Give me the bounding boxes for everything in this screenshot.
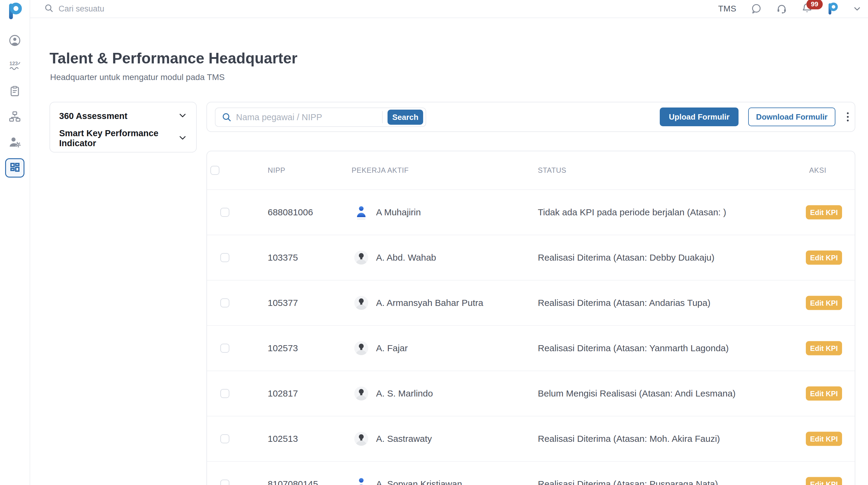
modules-panel: 360 Assessment Smart Key Performance Ind… (50, 102, 197, 152)
table-row: 102817 A. S. Marlindo Belum Mengisi Real… (207, 371, 855, 416)
profile-icon (9, 35, 21, 48)
edit-kpi-button[interactable]: Edit KPI (806, 477, 842, 485)
user-avatar[interactable] (827, 2, 838, 15)
row-nipp: 102513 (268, 434, 298, 444)
logo-p-icon (7, 2, 23, 20)
avatar-photo (354, 432, 368, 446)
module-label: 360 Assessment (59, 111, 127, 121)
search-button[interactable]: Search (388, 110, 423, 125)
upload-formulir-button[interactable]: Upload Formulir (660, 108, 739, 126)
avatar-person-icon (354, 477, 368, 485)
sidebar-item-profile[interactable] (0, 28, 30, 54)
row-status: Belum Mengisi Realisasi (Atasan: Andi Le… (538, 388, 736, 399)
sidebar-item-dashboard[interactable] (0, 155, 30, 180)
row-name: A Muhajirin (376, 207, 421, 218)
row-checkbox[interactable] (220, 208, 229, 217)
edit-kpi-button[interactable]: Edit KPI (806, 387, 842, 401)
kebab-menu-icon[interactable] (845, 109, 850, 124)
sidebar-item-numbers[interactable]: 123 (0, 54, 30, 79)
sidebar-item-org-chart[interactable] (0, 105, 30, 130)
module-smart-kpi[interactable]: Smart Key Performance Indicator (50, 127, 196, 149)
row-nipp: 8107080145 (268, 479, 318, 485)
page-subtitle: Headquarter untuk mengatur modul pada TM… (50, 73, 224, 82)
search-icon (44, 3, 54, 14)
row-name: A. Fajar (376, 343, 408, 353)
header-status: STATUS (538, 166, 566, 175)
row-nipp: 103375 (268, 253, 298, 263)
workspace-switcher[interactable]: TMS (718, 4, 736, 13)
row-name: A. Abd. Wahab (376, 253, 436, 263)
employee-search-group: Search (215, 108, 426, 127)
download-formulir-button[interactable]: Download Formulir (748, 108, 835, 126)
chevron-down-icon[interactable] (853, 4, 861, 13)
topbar-right: TMS 99 (718, 0, 861, 18)
numbers-trend-icon: 123 (9, 60, 21, 73)
avatar-person-icon (354, 205, 368, 220)
row-checkbox[interactable] (220, 480, 229, 485)
user-settings-icon (9, 136, 21, 149)
chat-icon[interactable] (751, 3, 762, 14)
employee-kpi-table: NIPP PEKERJA AKTIF STATUS AKSI 688081006… (207, 151, 855, 485)
row-name: A. S. Marlindo (376, 388, 433, 399)
notification-count-badge: 99 (806, 0, 823, 9)
header-nipp: NIPP (268, 166, 285, 175)
chevron-down-icon (178, 111, 187, 121)
topbar: TMS 99 (30, 0, 868, 18)
employee-search-input[interactable] (236, 112, 382, 122)
select-all-checkbox[interactable] (210, 166, 219, 175)
row-checkbox[interactable] (220, 298, 229, 308)
avatar-photo (354, 251, 368, 264)
table-row: 102573 A. Fajar Realisasi Diterima (Atas… (207, 325, 855, 371)
sidebar-item-user-settings[interactable] (0, 130, 30, 155)
edit-kpi-button[interactable]: Edit KPI (806, 341, 842, 355)
edit-kpi-button[interactable]: Edit KPI (806, 432, 842, 446)
row-status: Realisasi Diterima (Atasan: Moh. Akira F… (538, 434, 720, 444)
svg-text:123: 123 (9, 61, 18, 66)
row-checkbox[interactable] (220, 389, 229, 398)
row-status: Realisasi Diterima (Atasan: Andarias Tup… (538, 298, 710, 308)
table-row: 8107080145 A. Sopyan Kristiawan Realisas… (207, 461, 855, 485)
sidebar: 123 (0, 0, 30, 485)
row-status: Realisasi Diterima (Atasan: Debby Duakaj… (538, 253, 714, 263)
search-icon (221, 112, 232, 122)
notifications-bell[interactable]: 99 (802, 3, 812, 15)
row-name: A. Sopyan Kristiawan (376, 479, 462, 485)
module-label: Smart Key Performance Indicator (59, 129, 178, 148)
edit-kpi-button[interactable]: Edit KPI (806, 205, 842, 220)
avatar-photo (354, 387, 368, 400)
headset-icon[interactable] (776, 3, 787, 14)
row-status: Tidak ada KPI pada periode berjalan (Ata… (538, 207, 726, 218)
table-header-row: NIPP PEKERJA AKTIF STATUS AKSI (207, 151, 855, 189)
sidebar-active-indicator (5, 158, 25, 177)
module-360-assessment[interactable]: 360 Assessment (50, 105, 196, 127)
row-status: Realisasi Diterima (Atasan: Pusparaga Na… (538, 479, 718, 485)
row-nipp: 105377 (268, 298, 298, 308)
row-nipp: 688081006 (268, 207, 313, 218)
avatar-photo (354, 341, 368, 355)
table-row: 105377 A. Armansyah Bahar Putra Realisas… (207, 280, 855, 325)
divider (382, 111, 383, 123)
row-nipp: 102817 (268, 388, 298, 399)
app-logo[interactable] (5, 2, 24, 21)
row-name: A. Armansyah Bahar Putra (376, 298, 483, 308)
table-body: 688081006 A Muhajirin Tidak ada KPI pada… (207, 189, 855, 485)
row-nipp: 102573 (268, 343, 298, 353)
sidebar-nav: 123 (0, 28, 30, 180)
row-name: A. Sastrawaty (376, 434, 432, 444)
table-row: 103375 A. Abd. Wahab Realisasi Diterima … (207, 235, 855, 280)
edit-kpi-button[interactable]: Edit KPI (806, 296, 842, 310)
org-chart-icon (9, 111, 21, 123)
chevron-down-icon (178, 133, 187, 143)
avatar-photo (354, 296, 368, 310)
header-aksi: AKSI (809, 166, 826, 175)
row-checkbox[interactable] (220, 434, 229, 443)
sidebar-item-forms[interactable] (0, 79, 30, 105)
page-title: Talent & Performance Headquarter (50, 50, 298, 67)
row-checkbox[interactable] (220, 253, 229, 262)
edit-kpi-button[interactable]: Edit KPI (806, 251, 842, 265)
toolbar-actions: Upload Formulir Download Formulir (660, 103, 850, 131)
row-checkbox[interactable] (220, 344, 229, 353)
global-search (44, 0, 188, 18)
global-search-input[interactable] (59, 4, 188, 13)
table-row: 102513 A. Sastrawaty Realisasi Diterima … (207, 416, 855, 461)
